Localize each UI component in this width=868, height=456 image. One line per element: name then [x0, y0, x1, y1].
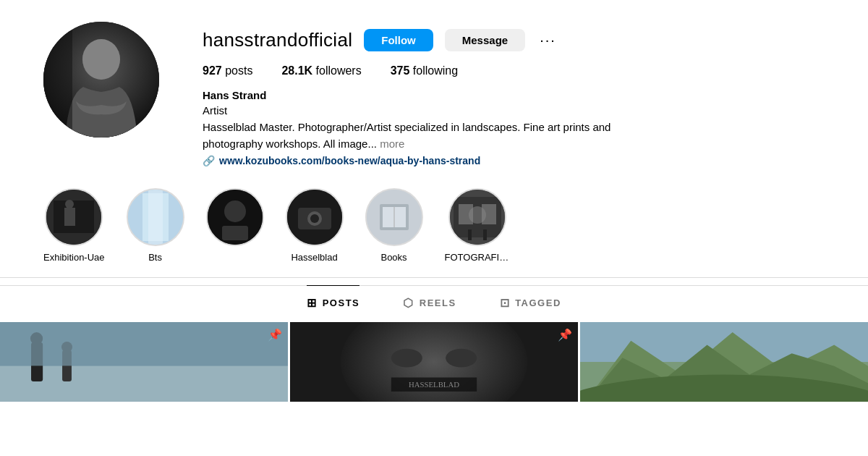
- tab-tagged[interactable]: ⊡ TAGGED: [500, 285, 561, 320]
- followers-label: followers: [316, 64, 362, 77]
- svg-rect-31: [0, 366, 288, 402]
- highlight-circle-3: [286, 188, 344, 246]
- avatar: [43, 22, 159, 138]
- svg-rect-4: [43, 22, 72, 138]
- occupation: Artist: [203, 104, 825, 117]
- svg-rect-36: [0, 322, 288, 366]
- highlights-section: Exhibition-UaeBtsHasselbladBooksFOTOGRAF…: [0, 181, 868, 277]
- highlight-item-5[interactable]: FOTOGRAFIS...: [445, 188, 510, 263]
- post-thumb-2[interactable]: 📌 HASSELBLAD: [290, 322, 578, 402]
- highlight-circle-2: [206, 188, 264, 246]
- highlight-label-1: Bts: [148, 252, 162, 263]
- profile-info: hansstrandofficial Follow Message ··· 92…: [203, 22, 825, 166]
- svg-text:HASSELBLAD: HASSELBLAD: [409, 380, 459, 389]
- avatar-container: [43, 22, 159, 138]
- posts-tab-label: POSTS: [323, 297, 360, 308]
- highlight-label-3: Hasselblad: [291, 252, 337, 263]
- posts-label: posts: [225, 64, 252, 77]
- stats-row: 927 posts 28.1K followers 375 following: [203, 64, 825, 77]
- more-options-button[interactable]: ···: [537, 32, 559, 48]
- bio-text: Hasselblad Master. Photographer/Artist s…: [203, 121, 610, 150]
- svg-point-39: [391, 349, 422, 368]
- svg-point-40: [446, 349, 477, 368]
- bio: Hasselblad Master. Photographer/Artist s…: [203, 119, 637, 152]
- svg-point-29: [469, 206, 486, 224]
- pin-icon-2: 📌: [558, 328, 572, 342]
- highlight-item-0[interactable]: Exhibition-Uae: [43, 188, 105, 263]
- link-row: 🔗 www.kozubooks.com/books-new/aqua-by-ha…: [203, 155, 825, 166]
- svg-rect-14: [222, 226, 248, 240]
- tagged-tab-label: TAGGED: [515, 297, 561, 308]
- followers-count: 28.1K: [281, 64, 312, 77]
- posts-count: 927: [203, 64, 222, 77]
- profile-header: hansstrandofficial Follow Message ··· 92…: [0, 0, 868, 181]
- following-count: 375: [391, 64, 410, 77]
- following-stat[interactable]: 375 following: [391, 64, 458, 77]
- svg-point-8: [65, 200, 74, 208]
- highlight-item-2[interactable]: [206, 188, 264, 252]
- highlight-circle-4: [365, 188, 423, 246]
- link-icon: 🔗: [203, 155, 215, 166]
- post-thumb-3[interactable]: [580, 322, 868, 402]
- svg-point-3: [82, 39, 120, 80]
- highlight-item-4[interactable]: Books: [365, 188, 423, 263]
- message-button[interactable]: Message: [445, 29, 525, 51]
- svg-point-18: [310, 214, 319, 223]
- profile-link[interactable]: www.kozubooks.com/books-new/aqua-by-hans…: [219, 155, 480, 166]
- posts-grid: 📌 📌 HASSELBLA: [0, 320, 868, 402]
- highlight-circle-0: [45, 188, 103, 246]
- username: hansstrandofficial: [203, 29, 352, 51]
- tab-reels[interactable]: ⬡ REELS: [403, 285, 456, 320]
- pin-icon-1: 📌: [268, 328, 282, 342]
- svg-rect-11: [148, 190, 163, 245]
- section-divider: [0, 277, 868, 278]
- tabs-bar: ⊞ POSTS ⬡ REELS ⊡ TAGGED: [0, 285, 868, 320]
- svg-rect-27: [468, 229, 472, 240]
- posts-tab-icon: ⊞: [307, 296, 318, 310]
- post-thumb-1[interactable]: 📌: [0, 322, 288, 402]
- posts-stat[interactable]: 927 posts: [203, 64, 252, 77]
- followers-stat[interactable]: 28.1K followers: [281, 64, 361, 77]
- highlight-label-4: Books: [380, 252, 407, 263]
- highlight-circle-1: [127, 188, 184, 246]
- reels-tab-icon: ⬡: [403, 296, 414, 310]
- highlight-label-5: FOTOGRAFIS...: [445, 252, 510, 263]
- reels-tab-label: REELS: [420, 297, 456, 308]
- svg-rect-7: [64, 208, 75, 226]
- full-name: Hans Strand: [203, 89, 825, 101]
- tab-posts[interactable]: ⊞ POSTS: [307, 285, 359, 320]
- tagged-tab-icon: ⊡: [500, 296, 511, 310]
- bio-more-link[interactable]: more: [380, 138, 404, 150]
- highlight-item-1[interactable]: Bts: [127, 188, 184, 263]
- follow-button[interactable]: Follow: [364, 29, 433, 51]
- highlight-label-0: Exhibition-Uae: [43, 252, 105, 263]
- svg-rect-28: [483, 229, 487, 240]
- highlight-item-3[interactable]: Hasselblad: [286, 188, 344, 263]
- highlight-circle-5: [448, 188, 506, 246]
- svg-point-13: [224, 200, 246, 222]
- following-label: following: [413, 64, 458, 77]
- username-row: hansstrandofficial Follow Message ···: [203, 29, 825, 51]
